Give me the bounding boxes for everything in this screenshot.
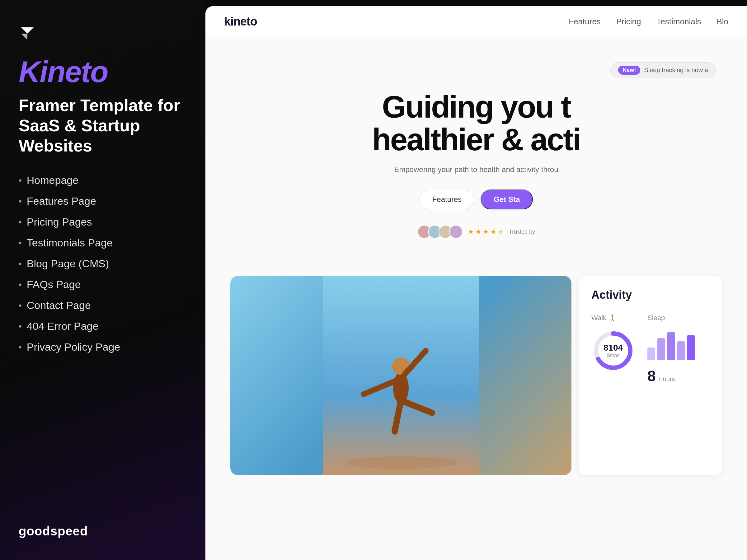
trust-row: ★ ★ ★ ★ ★ Trusted by [417, 225, 535, 239]
steps-value: 8104 [603, 343, 623, 353]
preview-cards: Great!, Hold this position for 1 min. [205, 264, 747, 487]
brand-title: Kineto [19, 55, 187, 89]
hero-section: New! Sleep tracking is now a Guiding you… [205, 37, 747, 257]
star-3: ★ [483, 228, 489, 236]
list-item[interactable]: 404 Error Page [19, 320, 187, 332]
list-item[interactable]: Testimonials Page [19, 237, 187, 249]
list-item[interactable]: Blog Page (CMS) [19, 258, 187, 270]
right-panel: kineto Features Pricing Testimonials Blo… [205, 6, 747, 560]
features-button[interactable]: Features [419, 190, 475, 209]
list-item[interactable]: Contact Page [19, 299, 187, 312]
announcement-badge: New! Sleep tracking is now a [610, 62, 716, 78]
star-rating: ★ ★ ★ ★ ★ [468, 228, 504, 236]
star-2: ★ [475, 228, 482, 236]
bar-5 [687, 335, 695, 360]
svg-point-3 [345, 456, 457, 469]
pages-list: Homepage Features Page Pricing Pages Tes… [19, 174, 187, 353]
brand-subtitle: Framer Template for SaaS & Startup Websi… [19, 95, 187, 156]
svg-marker-1 [21, 34, 27, 40]
walk-label: Walk 🚶 [591, 314, 635, 322]
get-started-button[interactable]: Get Sta [481, 189, 533, 209]
star-1: ★ [468, 228, 474, 236]
nav-link-testimonials[interactable]: Testimonials [656, 17, 701, 26]
hero-headline: Guiding you t healthier & acti [372, 90, 581, 156]
steps-unit: Steps [603, 353, 623, 358]
badge-text: Sleep tracking is now a [644, 66, 708, 74]
yoga-card: Great!, Hold this position for 1 min. [230, 276, 571, 475]
star-half: ★ [498, 228, 504, 236]
nav-links: Features Pricing Testimonials Blo [569, 17, 728, 26]
svg-marker-0 [21, 27, 34, 34]
steps-circle-chart: 8104 Steps [591, 329, 635, 372]
nav-link-pricing[interactable]: Pricing [616, 17, 641, 26]
sleep-value: 8 [647, 368, 656, 384]
bar-4 [677, 341, 685, 360]
framer-logo-icon [19, 25, 36, 42]
bar-2 [658, 338, 665, 360]
activity-card: Activity Walk 🚶 [579, 276, 722, 475]
badge-new-label: New! [618, 65, 640, 75]
activity-metrics: Walk 🚶 8104 Steps [591, 314, 710, 384]
nav-link-features[interactable]: Features [569, 17, 601, 26]
yoga-illustration [230, 276, 571, 475]
sleep-metric: Sleep 8 Hours [647, 314, 695, 384]
list-item[interactable]: Features Page [19, 195, 187, 207]
list-item[interactable]: Homepage [19, 174, 187, 186]
walk-icon: 🚶 [609, 314, 617, 322]
nav-link-blog[interactable]: Blo [717, 17, 728, 26]
sleep-label: Sleep [647, 314, 695, 322]
preview-browser: kineto Features Pricing Testimonials Blo… [205, 6, 747, 560]
left-panel: Kineto Framer Template for SaaS & Startu… [0, 0, 205, 560]
browser-nav: kineto Features Pricing Testimonials Blo [205, 6, 747, 37]
sleep-unit: Hours [658, 375, 675, 382]
list-item[interactable]: Pricing Pages [19, 216, 187, 228]
bar-3 [667, 332, 675, 360]
trust-label: Trusted by [509, 229, 535, 235]
activity-title: Activity [591, 288, 710, 301]
cta-buttons: Features Get Sta [419, 189, 533, 209]
list-item[interactable]: Privacy Policy Page [19, 341, 187, 353]
bottom-brand: goodspeed [19, 524, 88, 538]
walk-metric: Walk 🚶 8104 Steps [591, 314, 635, 384]
sleep-bar-chart [647, 329, 695, 360]
site-logo: kineto [224, 15, 257, 28]
user-avatars [417, 225, 463, 239]
star-4: ★ [490, 228, 496, 236]
avatar-4 [449, 225, 463, 239]
hero-subtext: Empowering your path to health and activ… [394, 165, 558, 174]
bar-1 [647, 348, 655, 360]
list-item[interactable]: FAQs Page [19, 278, 187, 291]
